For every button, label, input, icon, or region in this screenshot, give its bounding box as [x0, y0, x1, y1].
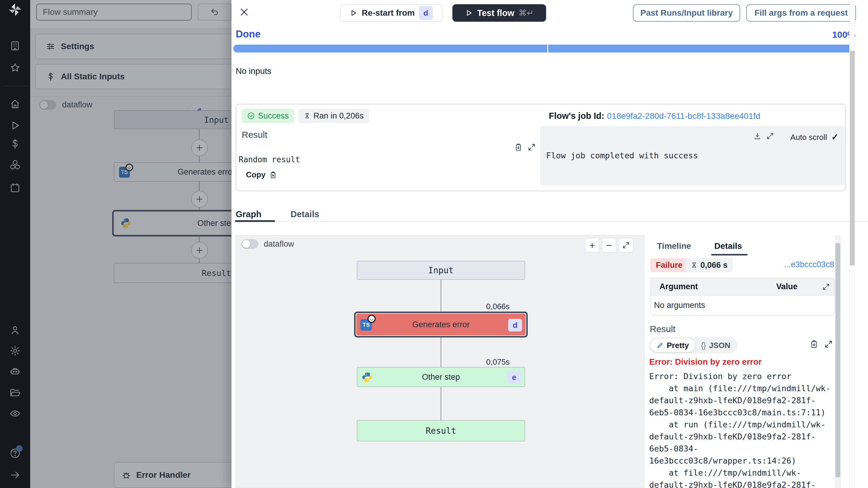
shortcut-hint: ⌘↵ — [518, 8, 533, 18]
log-panel: Auto scroll ✓ Flow job completed with su… — [540, 126, 845, 185]
json-braces-icon: {} — [701, 341, 706, 350]
error-title: Error: Division by zero error — [649, 357, 762, 367]
restart-from-label: Re-start from — [362, 8, 415, 18]
copy-result-icon[interactable] — [514, 143, 523, 151]
tab-timeline[interactable]: Timeline — [657, 241, 691, 251]
python-icon — [361, 372, 373, 383]
duration-badge: Ran in 0,206s — [299, 109, 369, 123]
graph-node-step1-selected[interactable]: TS Generates error d — [354, 312, 528, 338]
job-id-label: Flow's job Id: — [549, 111, 604, 121]
hourglass-icon — [691, 262, 698, 268]
plus-icon: + — [589, 239, 595, 251]
auto-scroll-label[interactable]: Auto scroll — [790, 133, 827, 142]
graph-node-input[interactable]: Input — [357, 261, 525, 280]
collapse-arrow-icon[interactable] — [9, 469, 21, 481]
col-value: Value — [776, 282, 798, 291]
step-duration-label: 0,066 s — [701, 261, 727, 270]
pretty-toggle-button[interactable]: Pretty — [650, 338, 695, 352]
copy-label: Copy — [246, 170, 266, 179]
audit-eye-icon[interactable] — [9, 408, 21, 419]
expand-error-icon[interactable] — [824, 340, 833, 349]
test-flow-drawer: Re-start from d Test flow ⌘↵ Past Runs/I… — [231, 0, 868, 488]
resources-cubes-icon[interactable] — [9, 159, 21, 170]
variables-dollar-icon[interactable] — [9, 138, 21, 150]
past-runs-button[interactable]: Past Runs/Input library — [633, 4, 740, 22]
home-icon[interactable] — [9, 98, 21, 110]
minus-icon: − — [606, 239, 612, 251]
download-logs-icon[interactable] — [753, 132, 761, 140]
fill-args-button[interactable]: Fill args from a request — [746, 4, 856, 22]
tab-graph[interactable]: Graph — [236, 209, 261, 219]
workspace-building-icon[interactable] — [9, 40, 21, 52]
pretty-label: Pretty — [667, 341, 689, 350]
users-person-icon[interactable] — [9, 324, 21, 336]
tab-details-main[interactable]: Details — [290, 209, 319, 219]
json-toggle-button[interactable]: {} JSON — [695, 341, 737, 350]
graph-node-step2[interactable]: Other step e — [357, 367, 525, 387]
copy-error-icon[interactable] — [809, 340, 818, 349]
copy-button[interactable]: Copy — [246, 170, 277, 179]
flow-editor-background: Flow summary Settings All Static Inputs … — [30, 0, 231, 488]
dataflow-label: dataflow — [264, 239, 294, 249]
bun-icon — [367, 314, 376, 323]
runs-play-icon[interactable] — [9, 120, 21, 131]
step1-id-badge: d — [508, 319, 522, 332]
step-duration-badge: 0,066 s — [685, 258, 733, 272]
play-icon — [465, 9, 473, 17]
result-title: Result — [242, 130, 267, 140]
flow-result-card: Success Ran in 0,206s Flow's job Id: 018… — [236, 104, 846, 191]
table-row-empty: No arguments — [651, 295, 834, 315]
settings-gear-icon[interactable] — [9, 345, 21, 356]
auto-scroll-check-icon[interactable]: ✓ — [832, 132, 838, 142]
fill-args-label: Fill args from a request — [754, 8, 848, 18]
flow-graph-canvas[interactable]: dataflow + − Input 0,066s TS Generates e… — [236, 235, 644, 488]
restart-step-badge: d — [419, 6, 433, 20]
graph-node-result[interactable]: Result — [357, 420, 525, 441]
clipboard-icon — [269, 171, 277, 179]
workers-robot-icon[interactable] — [9, 366, 21, 377]
expand-icon — [622, 241, 630, 249]
graph-edge — [441, 280, 441, 312]
restart-from-button[interactable]: Re-start from d — [340, 4, 442, 22]
status-label: Success — [258, 111, 289, 121]
tab-details[interactable]: Details — [714, 241, 742, 251]
expand-logs-icon[interactable] — [766, 132, 774, 140]
folders-icon[interactable] — [9, 387, 21, 398]
graph-edge — [441, 387, 441, 420]
tab-graph-underline — [235, 220, 275, 222]
hourglass-icon — [304, 113, 310, 119]
rail-divider — [3, 86, 27, 86]
fit-view-button[interactable] — [619, 238, 633, 253]
past-runs-label: Past Runs/Input library — [641, 8, 733, 18]
step2-id-badge: e — [507, 371, 521, 384]
graph-node-step1[interactable]: TS Generates error d — [356, 314, 526, 335]
test-flow-button[interactable]: Test flow ⌘↵ — [453, 4, 546, 22]
step-result-title: Result — [650, 324, 675, 334]
details-scrollbar-track[interactable] — [835, 235, 841, 488]
zoom-in-button[interactable]: + — [585, 238, 599, 253]
zoom-out-button[interactable]: − — [602, 238, 616, 253]
step1-duration: 0,066s — [486, 302, 510, 311]
drawer-scrollbar-thumb[interactable] — [850, 51, 855, 265]
close-drawer-button[interactable] — [237, 5, 251, 19]
expand-result-icon[interactable] — [527, 143, 536, 151]
tab-details-underline — [711, 254, 747, 255]
step-job-link[interactable]: ...e3bccc03c8 — [784, 260, 834, 269]
drawer-scrollbar-track[interactable] — [849, 0, 855, 488]
progress-segment — [548, 45, 855, 53]
expand-args-icon[interactable] — [822, 283, 830, 291]
windmill-logo-icon[interactable] — [8, 2, 22, 17]
graph-node-step2-label: Other step — [422, 372, 460, 382]
dataflow-toggle[interactable] — [241, 239, 258, 249]
help-notification-dot — [16, 445, 23, 452]
favorites-star-icon[interactable] — [9, 62, 21, 74]
schedules-calendar-icon[interactable] — [9, 182, 21, 194]
help-icon[interactable] — [9, 448, 21, 459]
details-scrollbar-thumb[interactable] — [835, 243, 840, 477]
job-id-link[interactable]: 018e9fa2-280d-7611-bc8f-133a8ee401fd — [607, 111, 761, 121]
progress-status: Done — [236, 28, 261, 40]
json-label: JSON — [709, 341, 730, 350]
result-view-toggle: Pretty {} JSON — [649, 337, 738, 353]
close-icon — [239, 7, 249, 17]
graph-node-step1-label: Generates error — [412, 320, 470, 329]
